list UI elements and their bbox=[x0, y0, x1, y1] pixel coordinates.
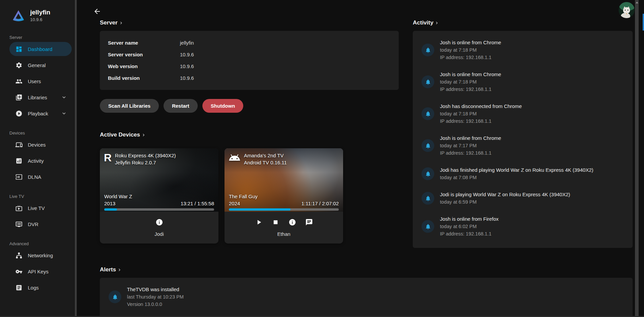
device-card-android-tv[interactable]: Amanda's 2nd TV Android TV 0.16.11 The F… bbox=[224, 148, 343, 244]
sidebar-item-label: Playback bbox=[28, 111, 48, 116]
sidebar-item-dlna[interactable]: DLNA bbox=[9, 170, 72, 184]
server-info-row: Web version 10.9.6 bbox=[108, 60, 391, 72]
server-info-card: Server name jellyfin Server version 10.9… bbox=[100, 31, 399, 90]
activity-item[interactable]: Jodi has finished playing World War Z on… bbox=[422, 166, 626, 181]
activity-title: Jodi has finished playing World War Z on… bbox=[440, 166, 593, 174]
library-add-icon bbox=[15, 94, 22, 101]
app-name: jellyfin bbox=[30, 9, 50, 16]
scroll-up-arrow-icon[interactable] bbox=[636, 2, 638, 3]
active-devices-heading[interactable]: Active Devices bbox=[100, 131, 146, 138]
alerts-heading[interactable]: Alerts bbox=[100, 266, 122, 273]
sidebar-item-dashboard[interactable]: Dashboard bbox=[9, 42, 72, 56]
playback-progress-bar bbox=[104, 208, 214, 211]
page-content: Server Server name jellyfin Server versi… bbox=[77, 0, 644, 317]
sidebar-item-devices[interactable]: Devices bbox=[9, 138, 72, 152]
bell-icon bbox=[422, 220, 434, 233]
play-icon bbox=[255, 218, 263, 226]
activity-time: today at 7:18 PM bbox=[440, 110, 522, 117]
activity-heading[interactable]: Activity bbox=[413, 19, 439, 26]
sidebar-item-label: API Keys bbox=[28, 269, 49, 274]
sidebar-item-networking[interactable]: Networking bbox=[9, 248, 72, 262]
activity-title: Jodi is playing World War Z on Roku Expr… bbox=[440, 191, 570, 198]
sidebar-item-api-keys[interactable]: API Keys bbox=[9, 264, 72, 278]
activity-item[interactable]: Josh is online from Chrome today at 7:18… bbox=[422, 71, 626, 93]
activity-time: today at 7:17 PM bbox=[440, 142, 501, 149]
restart-button[interactable]: Restart bbox=[164, 99, 198, 113]
back-button[interactable] bbox=[93, 7, 101, 15]
sidebar-item-label: Networking bbox=[28, 253, 53, 258]
sidebar-item-logs[interactable]: Logs bbox=[9, 280, 72, 295]
device-media: Amanda's 2nd TV Android TV 0.16.11 The F… bbox=[224, 148, 343, 212]
sidebar-item-label: Libraries bbox=[28, 95, 47, 100]
sidebar-item-dvr[interactable]: DVR bbox=[9, 217, 72, 231]
message-button[interactable] bbox=[305, 218, 313, 226]
sidebar-item-playback[interactable]: Playback bbox=[9, 106, 72, 120]
chevron-right-icon bbox=[119, 20, 124, 25]
activity-time: today at 7:08 PM bbox=[440, 174, 593, 181]
chevron-right-icon bbox=[141, 133, 146, 138]
bar-chart-icon bbox=[15, 157, 22, 164]
activity-item[interactable]: Josh is online from Firefox today at 6:0… bbox=[422, 215, 626, 237]
alert-detail: Version 13.0.0.0 bbox=[127, 301, 184, 308]
activity-item[interactable]: Josh has disconnected from Chrome today … bbox=[422, 103, 626, 125]
device-name: Roku Express 4K (3940X2) bbox=[115, 152, 176, 159]
device-user: Jodi bbox=[100, 231, 218, 237]
device-footer: Jodi bbox=[100, 212, 218, 244]
roku-logo: R bbox=[104, 152, 112, 166]
sidebar-item-live-tv[interactable]: Live TV bbox=[9, 201, 72, 215]
server-name-label: Server name bbox=[108, 38, 180, 48]
shutdown-button[interactable]: Shutdown bbox=[202, 99, 243, 113]
alert-item[interactable]: TheTVDB was installed last Thursday at 1… bbox=[109, 286, 624, 308]
sidebar-section-advanced: Advanced bbox=[9, 241, 74, 246]
scan-all-libraries-button[interactable]: Scan All Libraries bbox=[100, 99, 159, 113]
chevron-down-icon[interactable] bbox=[61, 94, 67, 100]
sidebar-item-libraries[interactable]: Libraries bbox=[9, 90, 72, 104]
page-scrollbar[interactable] bbox=[635, 0, 639, 317]
playback-time: 1:11:17 / 2:07:02 bbox=[302, 200, 339, 207]
sidebar-item-label: Activity bbox=[28, 158, 44, 164]
server-name-value: jellyfin bbox=[180, 38, 391, 48]
media-year: 2024 bbox=[229, 200, 258, 207]
main-area: Server Server name jellyfin Server versi… bbox=[77, 0, 644, 317]
activity-title: Josh is online from Chrome bbox=[440, 71, 501, 78]
playback-progress-fill bbox=[229, 208, 291, 211]
activity-item[interactable]: Josh is online from Chrome today at 7:17… bbox=[422, 135, 626, 157]
media-title: World War Z bbox=[104, 193, 132, 200]
activity-column: Activity Josh is online from Chrome toda… bbox=[413, 19, 633, 248]
activity-item[interactable]: Jodi is playing World War Z on Roku Expr… bbox=[422, 191, 626, 206]
info-button[interactable] bbox=[155, 218, 163, 226]
play-button[interactable] bbox=[255, 218, 263, 226]
devices-icon bbox=[15, 141, 22, 148]
activity-time: today at 7:18 PM bbox=[440, 46, 501, 54]
web-version-value: 10.9.6 bbox=[180, 61, 391, 71]
bell-icon bbox=[422, 75, 434, 88]
dashboard-icon bbox=[15, 46, 22, 53]
sidebar-scrollbar[interactable] bbox=[75, 0, 77, 317]
device-name: Amanda's 2nd TV bbox=[244, 152, 287, 159]
user-avatar[interactable] bbox=[619, 2, 635, 18]
server-section-heading[interactable]: Server bbox=[100, 19, 124, 26]
sidebar-item-label: General bbox=[28, 62, 46, 68]
bell-icon bbox=[109, 290, 121, 303]
sidebar-item-users[interactable]: Users bbox=[9, 74, 72, 88]
arrow-back-icon bbox=[93, 7, 101, 15]
network-tree-icon bbox=[15, 252, 22, 259]
alert-title: TheTVDB was installed bbox=[127, 286, 184, 293]
bell-icon bbox=[422, 107, 434, 120]
device-client: Android TV 0.16.11 bbox=[244, 159, 287, 166]
info-button[interactable] bbox=[288, 218, 296, 226]
activity-time: today at 6:02 PM bbox=[440, 223, 499, 230]
device-card-roku[interactable]: R Roku Express 4K (3940X2) Jellyfin Roku… bbox=[100, 148, 218, 244]
build-version-label: Build version bbox=[108, 73, 180, 83]
activity-card: Josh is online from Chrome today at 7:18… bbox=[413, 31, 633, 248]
scrollbar-thumb-fragment[interactable] bbox=[643, 14, 644, 31]
sidebar-item-activity[interactable]: Activity bbox=[9, 154, 72, 168]
activity-item[interactable]: Josh is online from Chrome today at 7:18… bbox=[422, 39, 626, 61]
sidebar-item-label: Users bbox=[28, 78, 41, 84]
alerts-card: TheTVDB was installed last Thursday at 1… bbox=[100, 278, 633, 317]
chevron-down-icon[interactable] bbox=[61, 110, 67, 116]
dvr-icon bbox=[15, 221, 22, 228]
stop-button[interactable] bbox=[272, 218, 279, 226]
sidebar-item-general[interactable]: General bbox=[9, 58, 72, 72]
info-icon bbox=[155, 218, 163, 226]
